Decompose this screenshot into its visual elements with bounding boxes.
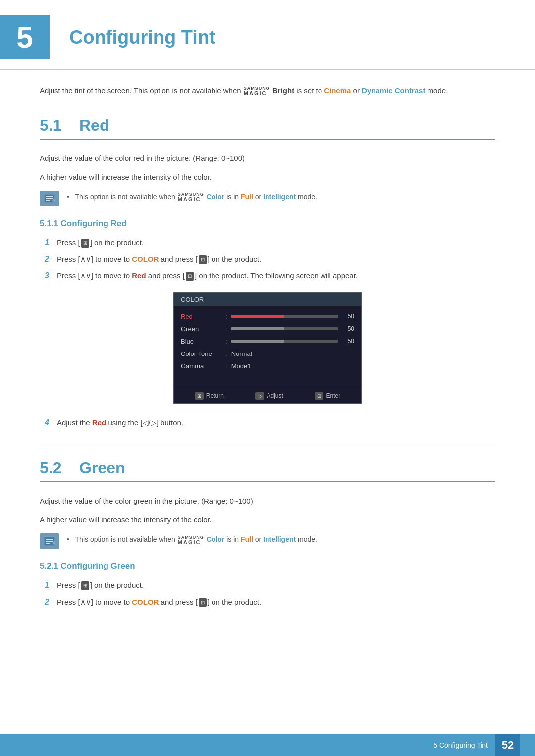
- note-text-52: • This option is not available when SAMS…: [67, 534, 317, 545]
- section-52-body2: A higher value will increase the intensi…: [40, 513, 495, 526]
- section-52-heading: 5.2 Green: [40, 459, 495, 482]
- section-52-num: 5.2: [40, 459, 69, 477]
- step-511-3: 3 Press [∧∨] to move to Red and press [⊡…: [45, 269, 495, 282]
- footer-page-number: 52: [495, 734, 520, 756]
- subsection-511-heading: 5.1.1 Configuring Red: [40, 219, 495, 229]
- note-icon-52: [40, 533, 59, 549]
- footer-return: ⊞ Return: [195, 392, 224, 400]
- section-52-title: Green: [79, 459, 125, 477]
- menu-row-green: Green : 50: [174, 323, 361, 335]
- samsung-magic-brand-51: SAMSUNG MAGIC: [178, 192, 204, 202]
- section-51-title: Red: [79, 116, 109, 135]
- note-box-51: • This option is not available when SAMS…: [40, 191, 495, 206]
- color-menu-wrapper: COLOR Red : 50: [40, 292, 495, 404]
- chapter-title: Configuring Tint: [69, 27, 215, 48]
- step-511-2: 2 Press [∧∨] to move to COLOR and press …: [45, 253, 495, 266]
- note-box-52: • This option is not available when SAMS…: [40, 533, 495, 549]
- chapter-intro: Adjust the tint of the screen. This opti…: [40, 85, 495, 97]
- steps-521: 1 Press [⊞] on the product. 2 Press [∧∨]…: [45, 579, 495, 608]
- samsung-magic-brand-intro: SAMSUNG MAGIC: [244, 86, 270, 96]
- menu-row-blue: Blue : 50: [174, 335, 361, 348]
- subsection-521-heading: 5.2.1 Configuring Green: [40, 561, 495, 571]
- section-51-num: 5.1: [40, 116, 69, 135]
- note-svg-51: [43, 193, 56, 204]
- step-511-4: 4 Adjust the Red using the [◁/▷] button.: [45, 416, 495, 429]
- chapter-header: 5 Configuring Tint: [0, 0, 535, 70]
- footer-chapter-text: 5 Configuring Tint: [433, 741, 488, 749]
- menu-icon-1: ⊞: [81, 239, 89, 248]
- page-container: 5 Configuring Tint Adjust the tint of th…: [0, 0, 535, 756]
- note-svg-52: [43, 536, 56, 547]
- note-text-51: • This option is not available when SAMS…: [67, 192, 317, 202]
- section-divider: [40, 444, 495, 444]
- footer-adjust: ◇ Adjust: [255, 392, 283, 400]
- steps-511: 1 Press [⊞] on the product. 2 Press [∧∨]…: [45, 236, 495, 282]
- color-menu-footer: ⊞ Return ◇ Adjust ⊡ Enter: [174, 388, 361, 403]
- slider-green: [231, 327, 338, 330]
- step-521-1: 1 Press [⊞] on the product.: [45, 579, 495, 592]
- section-51-heading: 5.1 Red: [40, 116, 495, 140]
- menu-row-red: Red : 50: [174, 310, 361, 323]
- page-footer: 5 Configuring Tint 52: [0, 734, 535, 756]
- note-icon-51: [40, 191, 59, 206]
- slider-red: [231, 315, 338, 318]
- footer-enter: ⊡ Enter: [315, 392, 340, 400]
- chapter-number-block: 5: [0, 15, 50, 59]
- menu-icon-521-1: ⊞: [81, 581, 89, 590]
- section-51-body2: A higher value will increase the intensi…: [40, 171, 495, 184]
- samsung-magic-brand-52: SAMSUNG MAGIC: [178, 535, 204, 545]
- enter-icon-521-2: ⊡: [199, 598, 207, 607]
- step-521-2: 2 Press [∧∨] to move to COLOR and press …: [45, 596, 495, 608]
- color-menu-header: COLOR: [174, 293, 361, 306]
- main-content: Adjust the tint of the screen. This opti…: [0, 85, 535, 646]
- section-52-body1: Adjust the value of the color green in t…: [40, 495, 495, 507]
- menu-row-gamma: Gamma : Mode1: [174, 360, 361, 372]
- enter-icon-2: ⊡: [199, 255, 207, 264]
- color-menu-body: Red : 50 Green :: [174, 306, 361, 385]
- step-511-1: 1 Press [⊞] on the product.: [45, 236, 495, 249]
- menu-row-color-tone: Color Tone : Normal: [174, 348, 361, 360]
- steps-511-4: 4 Adjust the Red using the [◁/▷] button.: [45, 416, 495, 429]
- color-menu-screenshot: COLOR Red : 50: [173, 292, 362, 404]
- section-51-body1: Adjust the value of the color red in the…: [40, 152, 495, 165]
- slider-blue: [231, 340, 338, 343]
- chapter-number: 5: [16, 20, 33, 54]
- enter-icon-3: ⊡: [186, 272, 194, 281]
